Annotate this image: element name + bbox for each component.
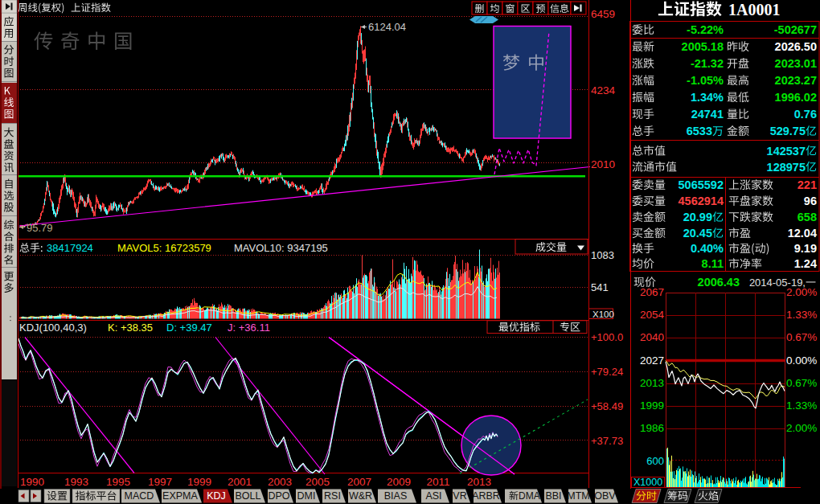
svg-text:541: 541: [591, 281, 609, 293]
svg-text:+100.0: +100.0: [591, 331, 623, 343]
svg-text:-5.22%: -5.22%: [687, 23, 724, 36]
svg-text:1.24: 1.24: [794, 257, 817, 270]
svg-text:2.00%: 2.00%: [786, 286, 817, 298]
svg-text:2009: 2009: [387, 476, 411, 488]
svg-text:6533: 6533: [687, 125, 712, 137]
svg-text:2027: 2027: [640, 354, 664, 367]
svg-text:9.19: 9.19: [794, 242, 817, 255]
svg-text:0.76: 0.76: [794, 108, 817, 121]
svg-text:2003: 2003: [268, 476, 292, 488]
svg-text:J: +36.11: J: +36.11: [228, 322, 270, 334]
svg-text:RSI: RSI: [324, 490, 341, 502]
svg-text:12.04: 12.04: [788, 227, 817, 240]
svg-text:0.67%: 0.67%: [786, 377, 817, 389]
svg-text:W&R: W&R: [349, 490, 372, 502]
svg-text:95.79: 95.79: [27, 222, 53, 234]
svg-text:ASI: ASI: [425, 490, 441, 502]
svg-text:221: 221: [797, 178, 817, 191]
svg-text:6459: 6459: [591, 8, 615, 20]
svg-text:OBV: OBV: [594, 490, 616, 502]
svg-text:20.99: 20.99: [683, 211, 712, 223]
svg-text:BIAS: BIAS: [384, 490, 408, 502]
svg-text:MACD: MACD: [125, 490, 154, 502]
svg-text:KDJ(100,40,3): KDJ(100,40,3): [19, 322, 87, 334]
svg-text:4562914: 4562914: [679, 195, 724, 207]
svg-text:MAVOL10: 9347195: MAVOL10: 9347195: [234, 242, 328, 254]
svg-text:D: +39.47: D: +39.47: [166, 322, 212, 334]
svg-text:0.00%: 0.00%: [786, 354, 817, 367]
svg-text:-1.05%: -1.05%: [687, 74, 724, 87]
svg-text:2013: 2013: [467, 476, 491, 488]
svg-text:1083: 1083: [591, 249, 614, 261]
svg-text:2011: 2011: [426, 476, 449, 488]
svg-text:EXPMA: EXPMA: [162, 490, 198, 502]
svg-text:2.00%: 2.00%: [786, 422, 817, 434]
svg-text:K: +38.35: K: +38.35: [108, 322, 153, 334]
svg-text:X100: X100: [592, 309, 614, 319]
svg-text:+79.24: +79.24: [591, 366, 623, 378]
svg-text:ARBR: ARBR: [472, 490, 500, 502]
svg-text:2006.43: 2006.43: [698, 276, 740, 289]
svg-text:1A0001: 1A0001: [728, 1, 780, 18]
svg-text:+58.49: +58.49: [591, 400, 623, 412]
svg-text:KDJ: KDJ: [207, 490, 226, 502]
svg-text:2040: 2040: [640, 331, 664, 343]
svg-text:1999: 1999: [187, 476, 211, 488]
svg-text:8.11: 8.11: [702, 257, 724, 270]
svg-text:DPO: DPO: [268, 490, 289, 502]
svg-text:2005.18: 2005.18: [682, 40, 724, 53]
svg-text:1999: 1999: [640, 400, 664, 412]
svg-text:2023.27: 2023.27: [775, 74, 817, 87]
svg-text:2023.01: 2023.01: [775, 57, 817, 70]
svg-text:24741: 24741: [691, 108, 724, 121]
svg-text:2013: 2013: [640, 377, 664, 389]
svg-text:1986: 1986: [640, 422, 664, 434]
svg-text:96: 96: [804, 195, 817, 207]
svg-text:0.67%: 0.67%: [786, 331, 817, 343]
svg-text:2001: 2001: [228, 476, 252, 488]
svg-text:2010: 2010: [591, 158, 615, 170]
svg-text:5065592: 5065592: [679, 178, 724, 191]
svg-text:2005: 2005: [305, 476, 330, 488]
svg-text:2007: 2007: [347, 476, 371, 488]
svg-text:+37.73: +37.73: [591, 435, 623, 447]
svg-text:142537: 142537: [767, 145, 806, 158]
svg-text:DMI: DMI: [297, 490, 316, 502]
svg-text:BOLL: BOLL: [236, 490, 261, 502]
svg-text:600: 600: [646, 455, 664, 467]
svg-text:BBI: BBI: [545, 490, 561, 502]
svg-text:2026.50: 2026.50: [775, 40, 817, 53]
svg-text:658: 658: [797, 211, 817, 223]
svg-text:-502677: -502677: [774, 23, 817, 36]
svg-text:1995: 1995: [106, 476, 130, 488]
svg-text:1.33%: 1.33%: [786, 400, 817, 412]
svg-text:X1000: X1000: [633, 477, 662, 488]
svg-text:20.45: 20.45: [683, 227, 712, 240]
svg-text:128975: 128975: [767, 161, 806, 174]
svg-text:MTM: MTM: [567, 490, 589, 502]
svg-text:VR: VR: [453, 490, 466, 502]
svg-text:1996.02: 1996.02: [775, 91, 817, 104]
svg-text:2054: 2054: [640, 309, 665, 321]
svg-text:MAVOL5: 16723579: MAVOL5: 16723579: [117, 242, 211, 254]
svg-text:6124.04: 6124.04: [368, 21, 406, 33]
svg-text:DMA: DMA: [519, 490, 540, 502]
svg-text:529.75: 529.75: [770, 125, 806, 137]
svg-text:1997: 1997: [148, 476, 172, 488]
svg-text:1.34%: 1.34%: [691, 91, 724, 104]
svg-text:4234: 4234: [591, 84, 616, 96]
svg-text:1993: 1993: [64, 476, 88, 488]
svg-text:-21.32: -21.32: [691, 57, 724, 70]
svg-text:38417924: 38417924: [47, 242, 93, 254]
svg-text:0.40%: 0.40%: [691, 242, 724, 255]
svg-text:2067: 2067: [640, 286, 664, 298]
svg-text:1.33%: 1.33%: [786, 309, 817, 321]
svg-text:1990: 1990: [20, 476, 44, 488]
